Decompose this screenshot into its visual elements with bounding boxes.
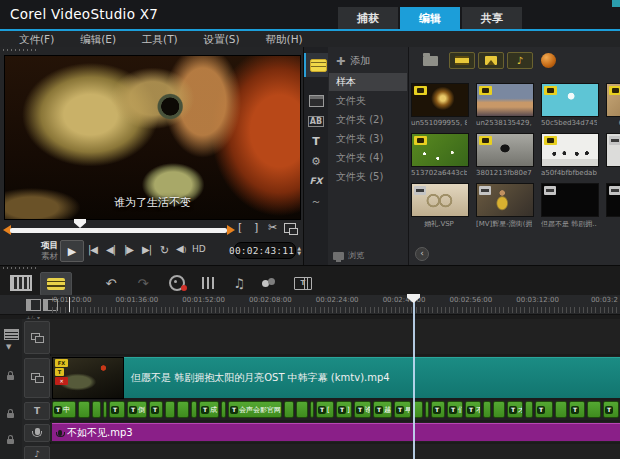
scrubber-bar[interactable] bbox=[10, 228, 227, 233]
title-clip[interactable]: T bbox=[569, 401, 585, 418]
ruler-scale[interactable]: 00:01:20:0000:01:36:0000:01:52:0000:02:0… bbox=[52, 295, 620, 314]
panel-grip[interactable] bbox=[3, 49, 37, 51]
voice-track-lock-icon[interactable] bbox=[7, 439, 14, 444]
repeat-icon[interactable]: ↻ bbox=[160, 244, 169, 257]
voice-track-row[interactable]: 不如不见.mp3 bbox=[50, 422, 620, 442]
sound-mixer-icon[interactable] bbox=[198, 275, 220, 291]
folder-item[interactable]: 文件夹 bbox=[329, 92, 407, 110]
overlay-track-header[interactable] bbox=[24, 358, 50, 398]
folder-item[interactable]: 文件夹 (4) bbox=[329, 149, 407, 167]
playhead-line[interactable] bbox=[413, 296, 415, 459]
mark-out-icon[interactable]: ] bbox=[254, 221, 258, 234]
record-capture-icon[interactable] bbox=[166, 275, 188, 291]
title-clip[interactable] bbox=[493, 401, 505, 418]
title-clip[interactable]: T bbox=[535, 401, 553, 418]
title-clip[interactable]: T中 bbox=[52, 401, 76, 418]
folder-item[interactable]: 样本 bbox=[329, 73, 407, 91]
title-track-row[interactable]: T中TT倒TT成T会声会影官网:T[T]T谁T越T早TT们T不T才TTT bbox=[50, 400, 620, 420]
tab-编辑[interactable]: 编辑 bbox=[400, 7, 460, 29]
hd-toggle[interactable]: HD bbox=[192, 244, 206, 254]
voice-audio-clip[interactable]: 不如不见.mp3 bbox=[52, 423, 620, 441]
gallery-thumbnail[interactable] bbox=[541, 183, 599, 217]
clip-mode-label[interactable]: 素材 bbox=[30, 252, 58, 261]
subtitle-editor-icon[interactable]: T bbox=[292, 275, 314, 291]
title-track-header[interactable]: T bbox=[24, 402, 50, 420]
next-frame-icon[interactable]: |▶ bbox=[124, 244, 133, 255]
title-clip[interactable]: T] bbox=[336, 401, 352, 418]
title-clip[interactable]: T谁 bbox=[354, 401, 371, 418]
corel-guide-icon[interactable] bbox=[541, 53, 556, 68]
title-clip[interactable] bbox=[310, 401, 314, 418]
gallery-item[interactable]: 50c5bed34d745.jpg bbox=[541, 83, 597, 127]
gallery-item[interactable]: 月光清... bbox=[606, 183, 620, 229]
filter-photo-button[interactable] bbox=[478, 52, 504, 69]
title-clip[interactable] bbox=[555, 401, 567, 418]
go-end-icon[interactable]: ▶| bbox=[142, 244, 151, 255]
mark-in-icon[interactable]: [ bbox=[238, 221, 242, 234]
tab-共享[interactable]: 共享 bbox=[462, 7, 522, 29]
gallery-thumbnail[interactable] bbox=[606, 183, 620, 217]
tab-捕获[interactable]: 捕获 bbox=[338, 7, 398, 29]
title-clip[interactable] bbox=[191, 401, 197, 418]
title-clip[interactable]: T越 bbox=[373, 401, 392, 418]
title-clip[interactable]: T才 bbox=[507, 401, 523, 418]
undo-icon[interactable]: ↶ bbox=[100, 275, 122, 291]
volume-icon[interactable]: ◀) bbox=[176, 243, 186, 254]
browse-button[interactable]: 浏览 bbox=[333, 250, 364, 261]
gallery-item[interactable]: 婚礼... bbox=[606, 133, 620, 179]
gallery-item[interactable]: [MV]辉星-溜街(拥... bbox=[476, 183, 532, 229]
project-mode-label[interactable]: 项目 bbox=[30, 241, 58, 250]
title-clip[interactable] bbox=[177, 401, 189, 418]
gallery-item[interactable]: 但愿不是 韩剧拥... bbox=[541, 183, 597, 229]
overlay-video-clip[interactable]: 但愿不是 韩剧拥抱太阳的月亮OST 中韩字幕 (kmtv).mp4 bbox=[124, 357, 620, 398]
folder-item[interactable]: 文件夹 (3) bbox=[329, 130, 407, 148]
redo-icon[interactable]: ↷ bbox=[132, 275, 154, 291]
title-clip[interactable] bbox=[165, 401, 175, 418]
video-track-header[interactable] bbox=[24, 321, 50, 354]
menu-文件(F)[interactable]: 文件(F) bbox=[6, 31, 67, 47]
library-tab-motion-path[interactable]: ～ bbox=[304, 191, 328, 211]
gallery-item[interactable]: un551099955, 804... bbox=[411, 83, 467, 127]
enlarge-preview-icon[interactable] bbox=[284, 223, 296, 233]
title-clip[interactable]: T bbox=[149, 401, 163, 418]
music-track-header[interactable]: ♪ bbox=[24, 446, 50, 459]
video-preview[interactable]: 谁为了生活不变 bbox=[4, 55, 301, 220]
gallery-thumbnail[interactable] bbox=[411, 183, 469, 217]
voice-track-header[interactable] bbox=[24, 424, 50, 442]
title-clip[interactable]: T会声会影官网: bbox=[228, 401, 282, 418]
prev-frame-icon[interactable]: ◀| bbox=[106, 244, 115, 255]
title-clip[interactable] bbox=[221, 401, 226, 418]
gallery-thumbnail[interactable] bbox=[541, 83, 599, 117]
gallery-thumbnail[interactable] bbox=[606, 133, 620, 167]
video-track-row[interactable] bbox=[50, 319, 620, 354]
title-clip[interactable]: T bbox=[431, 401, 445, 418]
library-tab-transition[interactable]: AB bbox=[304, 111, 328, 131]
filter-audio-button[interactable]: ♪ bbox=[507, 52, 533, 69]
collapse-arrow-icon[interactable]: ▼ bbox=[6, 343, 11, 351]
menu-工具(T)[interactable]: 工具(T) bbox=[129, 31, 191, 47]
go-start-icon[interactable]: |◀ bbox=[88, 244, 97, 255]
title-clip[interactable] bbox=[587, 401, 601, 418]
storyboard-view-icon[interactable] bbox=[6, 272, 36, 294]
title-clip[interactable]: T们 bbox=[447, 401, 463, 418]
trim-end-handle[interactable] bbox=[227, 225, 235, 235]
gallery-thumbnail[interactable] bbox=[476, 183, 534, 217]
auto-music-icon[interactable]: ♫ bbox=[228, 275, 250, 291]
title-clip[interactable]: T早 bbox=[394, 401, 411, 418]
title-clip[interactable]: T不 bbox=[465, 401, 481, 418]
scrubber-thumb[interactable] bbox=[74, 219, 86, 228]
add-folder-button[interactable]: ✚ 添加 bbox=[336, 54, 370, 68]
menu-编辑(E)[interactable]: 编辑(E) bbox=[67, 31, 129, 47]
gallery-item[interactable]: 3801213fb80e7be... bbox=[476, 133, 532, 177]
title-clip[interactable] bbox=[78, 401, 90, 418]
title-clip[interactable]: T bbox=[109, 401, 125, 418]
split-clip-icon[interactable]: ✂ bbox=[268, 221, 277, 234]
title-clip[interactable] bbox=[483, 401, 491, 418]
filter-video-button[interactable] bbox=[449, 52, 475, 69]
overlay-clip-thumbnail[interactable]: FX T ✕ bbox=[52, 357, 124, 399]
title-track-lock-icon[interactable] bbox=[7, 413, 14, 418]
library-tab-filter[interactable]: FX bbox=[304, 171, 328, 191]
gallery-thumbnail[interactable] bbox=[541, 133, 599, 167]
title-clip[interactable] bbox=[525, 401, 533, 418]
title-clip[interactable]: T bbox=[603, 401, 619, 418]
